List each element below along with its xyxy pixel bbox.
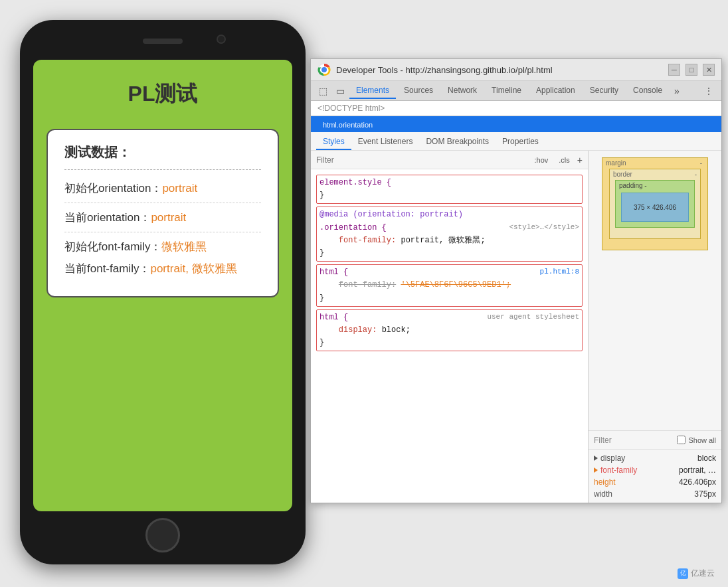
tab-console[interactable]: Console (626, 83, 669, 99)
expand-display-icon[interactable] (594, 456, 598, 461)
devtools-window: Developer Tools - http://zhansingsong.gi… (310, 58, 722, 503)
prop-name-width: width (594, 489, 612, 499)
selected-element-bar: html.orientation (311, 116, 721, 132)
bm-margin-label: margin (606, 159, 626, 167)
tab-sources[interactable]: Sources (397, 83, 440, 99)
show-all-container: Show all (677, 436, 716, 444)
bm-padding-layer: padding - 375 × 426.406 (615, 180, 695, 228)
phone-row-orientation-current: 当前orientation：portrait (64, 210, 261, 225)
devtools-content: :hov .cls + element.style { } @media (or… (311, 151, 721, 503)
computed-row-display: display block (594, 452, 716, 464)
tab-timeline[interactable]: Timeline (485, 83, 528, 99)
css-val-display: block; (382, 325, 410, 335)
computed-rows: display block font-family portrait, … (589, 450, 721, 503)
device-icon[interactable]: ▭ (332, 83, 348, 99)
css-selector-orientation: .orientation { (319, 223, 387, 232)
css-val-font-family-html: '\5FAE\8F6F\96C5\9ED1'; (401, 280, 511, 290)
phone-row-font-current: 当前font-family：portrait, 微软雅黑 (64, 261, 261, 276)
tab-security[interactable]: Security (583, 83, 625, 99)
more-tabs-button[interactable]: » (670, 83, 683, 99)
computed-row-height: height 426.406px (594, 476, 716, 488)
phone-row-font-init: 初始化font-family：微软雅黑 (64, 239, 261, 254)
computed-row-font-family: font-family portrait, … (594, 464, 716, 476)
css-comment-ua: user agent stylesheet (487, 311, 579, 323)
bm-border-label: border (613, 171, 632, 178)
settings-icon[interactable]: ⋮ (700, 83, 717, 99)
box-model-area: margin - border - padding - 375 × 42 (589, 151, 721, 430)
bm-border-dash: - (695, 171, 697, 178)
css-prop-display: display: (339, 325, 377, 335)
restore-button[interactable]: □ (685, 64, 697, 76)
bm-content-size: 375 × 426.406 (634, 204, 676, 211)
bm-margin-layer: margin - border - padding - 375 × 42 (602, 157, 708, 250)
label-font-current: 当前font-family： (64, 262, 150, 275)
css-filter-input[interactable] (316, 155, 416, 165)
tab-application[interactable]: Application (529, 83, 582, 99)
css-block-element-style: element.style { } (316, 175, 583, 204)
show-all-checkbox[interactable] (677, 436, 685, 444)
element-badge[interactable]: html.orientation (318, 120, 378, 130)
devtools-tabs: ⬚ ▭ Elements Sources Network Timeline Ap… (311, 81, 721, 101)
watermark: 亿 亿速云 (678, 568, 715, 579)
inspect-icon[interactable]: ⬚ (315, 83, 331, 99)
phone-divider-1 (64, 203, 261, 203)
add-rule-button[interactable]: + (577, 155, 583, 165)
css-block-media: @media (orientation: portrait) .orientat… (316, 207, 583, 262)
phone-container: PL测试 测试数据： 初始化orientation：portrait 当前ori… (20, 20, 306, 564)
css-selector-html-2: html { (319, 313, 348, 322)
phone-card-title: 测试数据： (64, 143, 261, 170)
prop-name-display: display (594, 454, 625, 463)
bm-margin-dash: - (700, 159, 702, 167)
phone-home-button[interactable] (145, 518, 180, 552)
devtools-win-controls: ─ □ ✕ (668, 64, 715, 76)
box-model-viz: margin - border - padding - 375 × 42 (602, 157, 708, 250)
css-filter-buttons: :hov .cls + (531, 155, 583, 165)
css-source-link[interactable]: pl.html:8 (540, 266, 579, 278)
prop-value-height: 426.406px (679, 477, 716, 487)
phone-title: PL测试 (128, 80, 198, 109)
subtab-event-listeners[interactable]: Event Listeners (351, 134, 420, 150)
cls-button[interactable]: .cls (555, 155, 573, 165)
computed-filter-bar: Filter Show all (589, 431, 721, 450)
css-at-rule: @media (orientation: portrait) (319, 210, 463, 219)
prop-name-font-family: font-family (594, 465, 637, 475)
prop-value-display: block (697, 454, 716, 463)
tab-elements[interactable]: Elements (349, 83, 396, 99)
subtab-styles[interactable]: Styles (316, 134, 351, 150)
phone-divider-2 (64, 232, 261, 232)
css-close-4: } (319, 338, 324, 347)
close-button[interactable]: ✕ (703, 64, 715, 76)
computed-panel: Filter Show all display block (589, 430, 721, 503)
watermark-text: 亿速云 (691, 568, 715, 579)
bm-border-layer: border - padding - 375 × 426.406 (609, 169, 701, 239)
css-selector-element-style: element.style { (319, 178, 391, 187)
css-close-3: } (319, 294, 324, 303)
value-orientation-init: portrait (162, 182, 197, 195)
css-prop-font-family-media: font-family: (339, 236, 396, 245)
css-panel: :hov .cls + element.style { } @media (or… (311, 151, 589, 503)
tab-network[interactable]: Network (441, 83, 484, 99)
phone-card: 测试数据： 初始化orientation：portrait 当前orientat… (46, 129, 279, 297)
expand-font-family-icon[interactable] (594, 467, 598, 473)
phone-row-orientation-init: 初始化orientation：portrait (64, 181, 261, 196)
phone-camera (217, 35, 226, 44)
minimize-button[interactable]: ─ (668, 64, 680, 76)
css-block-html-pl: html { pl.html:8 font-family: '\5FAE\8F6… (316, 264, 583, 307)
chrome-icon (318, 63, 331, 76)
doctype-label: <!DOCTYPE html> (318, 104, 385, 113)
hov-button[interactable]: :hov (531, 155, 552, 165)
css-filter-bar: :hov .cls + (311, 151, 588, 169)
devtools-titlebar: Developer Tools - http://zhansingsong.gi… (311, 59, 721, 81)
bm-content-layer: 375 × 426.406 (621, 193, 689, 222)
css-comment-style: <style>…</style> (509, 222, 579, 234)
subtab-properties[interactable]: Properties (496, 134, 545, 150)
css-code-area: element.style { } @media (orientation: p… (311, 169, 588, 503)
css-close-1: } (319, 191, 324, 200)
subtab-dom-breakpoints[interactable]: DOM Breakpoints (419, 134, 496, 150)
label-orientation-current: 当前orientation： (64, 211, 151, 224)
computed-filter-label: Filter (594, 436, 612, 445)
phone-screen: PL测试 测试数据： 初始化orientation：portrait 当前ori… (33, 60, 292, 511)
svg-point-1 (321, 67, 327, 72)
label-orientation-init: 初始化orientation： (64, 182, 162, 195)
prop-value-width: 375px (694, 489, 716, 499)
